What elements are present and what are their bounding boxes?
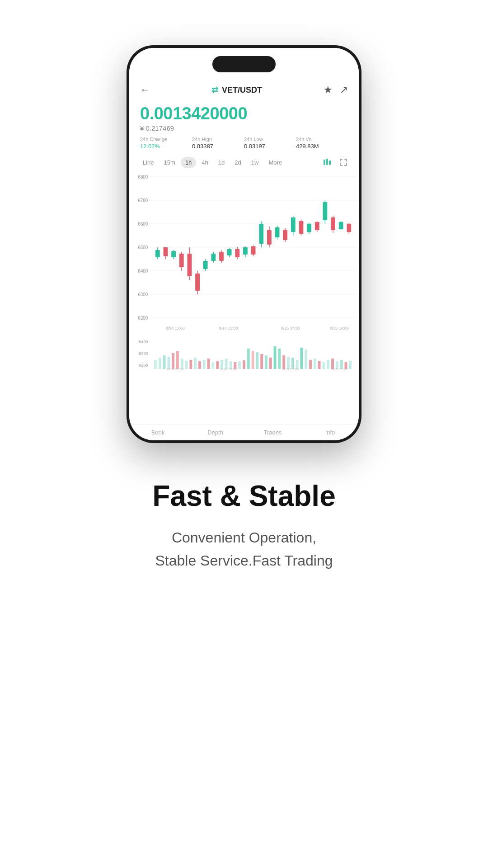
stat-24h-vol: 24h Vol 429.83M <box>296 137 348 150</box>
svg-rect-107 <box>300 348 303 369</box>
svg-rect-62 <box>315 222 319 230</box>
svg-rect-74 <box>154 360 157 369</box>
main-price: 0.0013420000 <box>140 104 348 123</box>
svg-rect-66 <box>331 217 335 230</box>
headline: Fast & Stable <box>152 479 335 513</box>
svg-rect-81 <box>185 361 188 369</box>
svg-text:6300: 6300 <box>139 351 148 356</box>
svg-text:8/14 23:00: 8/14 23:00 <box>220 367 237 371</box>
svg-text:6600: 6600 <box>138 222 148 226</box>
svg-rect-40 <box>227 249 232 255</box>
svg-rect-58 <box>299 221 304 234</box>
svg-text:8/15 16:00: 8/15 16:00 <box>330 326 349 330</box>
svg-rect-84 <box>198 361 201 369</box>
subtext-line2: Stable Service.Fast Trading <box>155 552 333 569</box>
svg-rect-22 <box>155 250 160 257</box>
nav-info[interactable]: Info <box>301 429 359 436</box>
svg-rect-56 <box>291 217 296 232</box>
svg-rect-93 <box>238 361 241 369</box>
svg-rect-28 <box>179 254 184 267</box>
svg-rect-96 <box>252 351 254 369</box>
stat-24h-high: 24h High 0.03387 <box>192 137 244 150</box>
svg-rect-118 <box>349 361 352 369</box>
svg-rect-97 <box>256 352 258 369</box>
tab-line[interactable]: Line <box>138 157 159 168</box>
svg-rect-111 <box>318 361 321 369</box>
svg-rect-52 <box>275 227 280 237</box>
tab-15m[interactable]: 15m <box>160 157 180 168</box>
swap-icon: ⇄ <box>211 85 218 95</box>
svg-rect-79 <box>176 351 179 369</box>
svg-text:6300: 6300 <box>138 292 148 297</box>
svg-text:6200: 6200 <box>138 316 148 321</box>
svg-rect-86 <box>207 359 210 369</box>
svg-text:6200: 6200 <box>139 363 148 368</box>
svg-rect-75 <box>159 358 161 369</box>
svg-rect-1 <box>326 159 328 165</box>
chart-controls <box>321 156 350 169</box>
tab-4h[interactable]: 4h <box>197 157 212 168</box>
stats-row: 24h Change 12.02% 24h High 0.03387 24h L… <box>129 134 359 152</box>
favorite-button[interactable]: ★ <box>324 84 333 96</box>
stat-vol-label: 24h Vol <box>296 137 348 142</box>
svg-rect-38 <box>219 252 224 261</box>
svg-rect-60 <box>307 224 311 232</box>
header-actions: ★ ↗ <box>324 84 348 96</box>
svg-text:6800: 6800 <box>138 175 148 179</box>
svg-rect-26 <box>171 251 176 257</box>
nav-trades[interactable]: Trades <box>244 429 301 436</box>
svg-rect-112 <box>323 362 325 369</box>
nav-book[interactable]: Book <box>129 429 187 436</box>
svg-rect-32 <box>195 274 200 291</box>
tab-1d[interactable]: 1d <box>214 157 229 168</box>
svg-text:8/15 16:00: 8/15 16:00 <box>331 367 348 371</box>
svg-rect-68 <box>339 222 343 229</box>
svg-rect-0 <box>324 160 325 165</box>
share-button[interactable]: ↗ <box>340 84 348 96</box>
svg-rect-46 <box>251 246 256 255</box>
svg-rect-50 <box>267 230 272 245</box>
svg-text:6700: 6700 <box>138 198 148 203</box>
svg-rect-48 <box>259 224 263 244</box>
interval-tabs: Line 15m 1h 4h 1d 2d 1w More <box>129 152 359 172</box>
svg-rect-83 <box>194 358 197 369</box>
tab-1h[interactable]: 1h <box>181 157 196 168</box>
volume-chart: 6400 6300 6200 <box>131 335 357 371</box>
svg-rect-54 <box>283 230 287 240</box>
tab-2d[interactable]: 2d <box>230 157 245 168</box>
fullscreen-button[interactable] <box>337 156 350 169</box>
svg-text:6400: 6400 <box>139 340 148 344</box>
svg-rect-113 <box>327 360 329 369</box>
svg-text:6400: 6400 <box>138 269 148 274</box>
bottom-nav: Book Depth Trades Info <box>129 424 359 440</box>
tab-more[interactable]: More <box>264 157 286 168</box>
svg-text:8/14 15:00: 8/14 15:00 <box>166 326 185 330</box>
svg-rect-64 <box>323 202 328 220</box>
back-button[interactable]: ← <box>140 84 150 96</box>
stat-change-label: 24h Change <box>140 137 192 142</box>
trading-pair-title: ⇄ VET/USDT <box>211 85 262 95</box>
svg-rect-88 <box>216 361 219 369</box>
svg-rect-76 <box>163 355 166 369</box>
svg-rect-78 <box>172 353 174 369</box>
svg-rect-34 <box>203 261 208 269</box>
svg-rect-102 <box>278 349 281 369</box>
candlestick-chart: 6800 6700 6600 6500 6400 6300 6200 <box>131 172 357 335</box>
svg-text:8/15 17:00: 8/15 17:00 <box>281 326 300 330</box>
svg-rect-98 <box>260 354 263 369</box>
svg-rect-36 <box>211 254 216 261</box>
subtext-line1: Convenient Operation, <box>172 529 316 546</box>
price-section: 0.0013420000 ¥ 0.217469 <box>129 100 359 134</box>
header: ← ⇄ VET/USDT ★ ↗ <box>129 80 359 100</box>
svg-rect-94 <box>243 360 245 369</box>
subtext: Convenient Operation, Stable Service.Fas… <box>152 526 335 572</box>
dynamic-island <box>212 56 276 72</box>
svg-rect-70 <box>347 224 351 232</box>
stat-high-value: 0.03387 <box>192 143 244 150</box>
svg-rect-87 <box>211 362 214 369</box>
chart-type-button[interactable] <box>321 156 333 169</box>
nav-depth[interactable]: Depth <box>187 429 244 436</box>
tab-1w[interactable]: 1w <box>247 157 263 168</box>
svg-text:8/15 17:00: 8/15 17:00 <box>282 367 299 371</box>
svg-rect-109 <box>309 360 312 369</box>
